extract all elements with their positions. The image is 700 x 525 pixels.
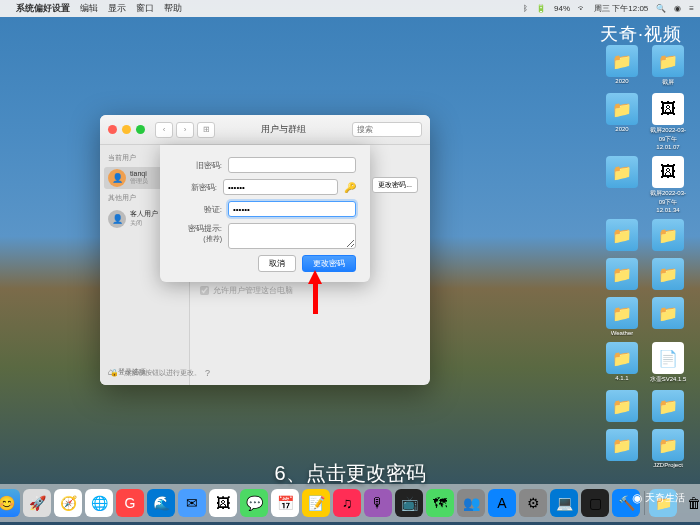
menu-edit[interactable]: 编辑 bbox=[80, 2, 98, 15]
user-role: 管理员 bbox=[130, 177, 148, 186]
dock-app[interactable]: 🗺 bbox=[426, 489, 454, 517]
key-icon[interactable]: 🔑 bbox=[344, 182, 356, 193]
dock-edge[interactable]: 🌊 bbox=[147, 489, 175, 517]
window-title: 用户与群组 bbox=[215, 123, 352, 136]
new-password-label: 新密码: bbox=[174, 182, 217, 193]
desktop-folder[interactable]: 📁 bbox=[648, 390, 688, 423]
watermark-bottom: 天奇生活 bbox=[632, 491, 685, 505]
avatar-icon: 👤 bbox=[108, 169, 126, 187]
desktop-folder[interactable]: 📁4.1.1 bbox=[602, 342, 642, 384]
change-password-sheet: 旧密码: 新密码: 🔑 验证: 密码提示:(推荐) 取消 bbox=[160, 145, 370, 282]
desktop-file[interactable]: 📄水壶SV24.1.5 bbox=[648, 342, 688, 384]
desktop-folder[interactable]: 📁 bbox=[602, 390, 642, 423]
dock-app[interactable]: 🖼 bbox=[209, 489, 237, 517]
unlock-label: 点按锁按钮以进行更改。 bbox=[124, 368, 201, 378]
help-icon[interactable]: ? bbox=[205, 368, 210, 378]
admin-label: 允许用户管理这台电脑 bbox=[213, 285, 293, 296]
desktop-folder[interactable]: 📁 bbox=[602, 219, 642, 252]
desktop-folder[interactable]: 📁 bbox=[648, 219, 688, 252]
admin-checkbox bbox=[200, 286, 209, 295]
user-name: 客人用户 bbox=[130, 209, 158, 219]
desktop-screenshot[interactable]: 🖼截屏2022-03-09下午12.01.07 bbox=[648, 93, 688, 150]
dock-app[interactable]: 🎙 bbox=[364, 489, 392, 517]
dock: 😊 🚀 🧭 🌐 G 🌊 ✉ 🖼 💬 📅 📝 ♫ 🎙 📺 🗺 👥 A ⚙ 💻 ▢ … bbox=[0, 484, 700, 522]
dock-app[interactable]: ▢ bbox=[581, 489, 609, 517]
change-password-side-button[interactable]: 更改密码... bbox=[372, 177, 418, 193]
user-role: 关闭 bbox=[130, 219, 158, 228]
menu-window[interactable]: 窗口 bbox=[136, 2, 154, 15]
dock-app[interactable]: 📝 bbox=[302, 489, 330, 517]
close-button[interactable] bbox=[108, 125, 117, 134]
desktop-folder[interactable]: 📁Weather bbox=[602, 297, 642, 336]
dock-safari[interactable]: 🧭 bbox=[54, 489, 82, 517]
dock-app[interactable]: 💻 bbox=[550, 489, 578, 517]
spotlight-icon[interactable]: 🔍 bbox=[656, 4, 666, 13]
back-button[interactable]: ‹ bbox=[155, 122, 173, 138]
desktop-folder[interactable]: 📁2020 bbox=[602, 93, 642, 150]
unlock-row[interactable]: 🔒 点按锁按钮以进行更改。 ? bbox=[108, 367, 216, 379]
bluetooth-icon[interactable]: ᛒ bbox=[523, 4, 528, 13]
forward-button[interactable]: › bbox=[176, 122, 194, 138]
desktop-folder[interactable]: 📁 bbox=[648, 297, 688, 336]
dock-launchpad[interactable]: 🚀 bbox=[23, 489, 51, 517]
desktop-screenshot[interactable]: 🖼截屏2022-03-09下午12.01.34 bbox=[648, 156, 688, 213]
desktop-folder[interactable]: 📁 bbox=[648, 258, 688, 291]
battery-percent: 94% bbox=[554, 4, 570, 13]
dock-sysprefs[interactable]: ⚙ bbox=[519, 489, 547, 517]
menubar: 系统偏好设置 编辑 显示 窗口 帮助 ᛒ 🔋 94% ᯤ 周三 下午12:05 … bbox=[0, 0, 700, 17]
minimize-button[interactable] bbox=[122, 125, 131, 134]
new-password-input[interactable] bbox=[223, 179, 338, 195]
desktop-folder[interactable]: 📁JZDProject bbox=[648, 429, 688, 468]
dock-app[interactable]: 👥 bbox=[457, 489, 485, 517]
dock-app[interactable]: 📺 bbox=[395, 489, 423, 517]
grid-button[interactable]: ⊞ bbox=[197, 122, 215, 138]
search-input[interactable] bbox=[352, 122, 422, 137]
user-name: tianqi bbox=[130, 170, 148, 177]
app-menu[interactable]: 系统偏好设置 bbox=[16, 2, 70, 15]
old-password-input[interactable] bbox=[228, 157, 356, 173]
verify-password-input[interactable] bbox=[228, 201, 356, 217]
old-password-label: 旧密码: bbox=[174, 160, 222, 171]
desktop-folder[interactable]: 📁 bbox=[602, 258, 642, 291]
dock-app[interactable]: G bbox=[116, 489, 144, 517]
menu-view[interactable]: 显示 bbox=[108, 2, 126, 15]
window-titlebar[interactable]: ‹ › ⊞ 用户与群组 bbox=[100, 115, 430, 145]
menu-help[interactable]: 帮助 bbox=[164, 2, 182, 15]
avatar-icon: 👤 bbox=[108, 210, 126, 228]
users-groups-window: ‹ › ⊞ 用户与群组 当前用户 👤 tianqi 管理员 其他用户 👤 bbox=[100, 115, 430, 385]
dock-chrome[interactable]: 🌐 bbox=[85, 489, 113, 517]
watermark-top: 天奇·视频 bbox=[600, 22, 682, 46]
lock-icon: 🔒 bbox=[108, 367, 120, 379]
verify-label: 验证: bbox=[174, 204, 222, 215]
dock-app[interactable]: 📅 bbox=[271, 489, 299, 517]
desktop-icons-area: 📁2020 📁截屏 📁2020 🖼截屏2022-03-09下午12.01.07 … bbox=[602, 45, 688, 468]
notifications-icon[interactable]: ≡ bbox=[689, 4, 694, 13]
cancel-button[interactable]: 取消 bbox=[258, 255, 296, 272]
tutorial-caption: 6、点击更改密码 bbox=[274, 460, 425, 487]
dock-music[interactable]: ♫ bbox=[333, 489, 361, 517]
desktop-folder[interactable]: 📁截屏 bbox=[648, 45, 688, 87]
dock-finder[interactable]: 😊 bbox=[0, 489, 20, 517]
dock-appstore[interactable]: A bbox=[488, 489, 516, 517]
desktop-folder[interactable]: 📁 bbox=[602, 429, 642, 468]
password-hint-input[interactable] bbox=[228, 223, 356, 249]
desktop-folder[interactable]: 📁 bbox=[602, 156, 642, 213]
desktop-folder[interactable]: 📁2020 bbox=[602, 45, 642, 87]
datetime[interactable]: 周三 下午12:05 bbox=[594, 3, 648, 14]
dock-messages[interactable]: 💬 bbox=[240, 489, 268, 517]
battery-icon[interactable]: 🔋 bbox=[536, 4, 546, 13]
dock-mail[interactable]: ✉ bbox=[178, 489, 206, 517]
hint-label: 密码提示:(推荐) bbox=[174, 223, 222, 244]
annotation-arrow bbox=[308, 270, 322, 314]
zoom-button[interactable] bbox=[136, 125, 145, 134]
wifi-icon[interactable]: ᯤ bbox=[578, 4, 586, 13]
siri-icon[interactable]: ◉ bbox=[674, 4, 681, 13]
